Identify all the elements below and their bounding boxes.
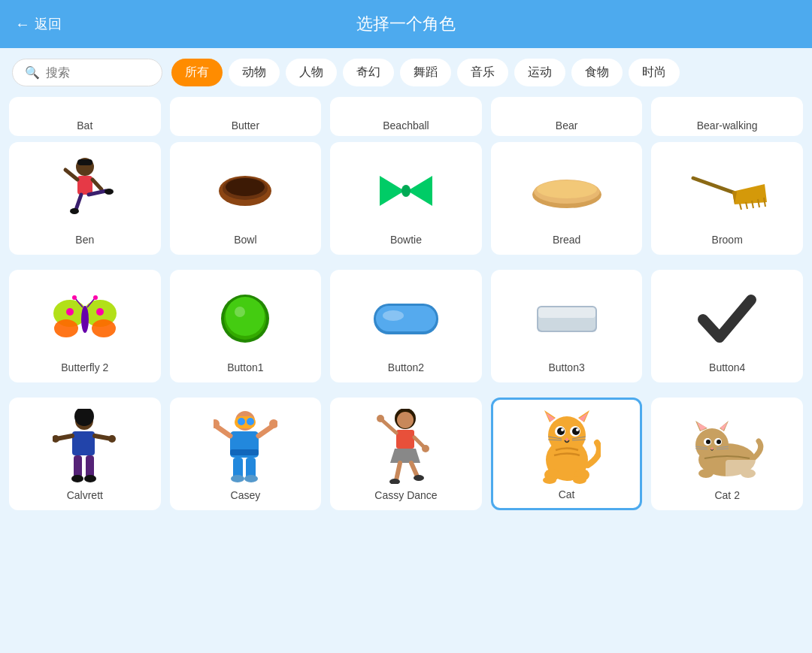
sprite-label: Bear [556, 119, 578, 132]
svg-point-73 [397, 412, 414, 428]
back-button[interactable]: ← 返回 [15, 15, 62, 33]
svg-point-114 [717, 440, 721, 444]
svg-line-81 [411, 463, 417, 476]
svg-rect-54 [74, 455, 82, 478]
sprite-bowtie[interactable]: Bowtie [330, 142, 482, 255]
svg-rect-55 [86, 455, 94, 478]
category-fashion[interactable]: 时尚 [629, 59, 680, 86]
ben-sprite [55, 153, 115, 228]
svg-point-104 [573, 476, 586, 484]
sprite-label: Cat [559, 488, 575, 500]
calvrett-sprite [53, 409, 117, 484]
sprite-image-area [659, 280, 795, 357]
sprite-button1[interactable]: Button1 [170, 270, 322, 382]
sprite-image-area [338, 153, 474, 229]
svg-point-77 [377, 415, 384, 422]
sprite-button4[interactable]: Button4 [651, 270, 803, 382]
svg-point-94 [561, 428, 564, 431]
svg-point-29 [92, 319, 116, 337]
search-input[interactable] [46, 66, 144, 80]
sprite-cassydance[interactable]: Cassy Dance [330, 398, 482, 510]
list-item[interactable]: Bat [9, 97, 161, 136]
casey-sprite [214, 409, 277, 484]
sprite-casey[interactable]: Casey [170, 398, 322, 510]
sprite-row-2: Butterfly 2 Button1 [9, 264, 803, 391]
search-box[interactable]: 🔍 [12, 59, 162, 86]
category-sports[interactable]: 运动 [514, 59, 565, 86]
category-all[interactable]: 所有 [171, 59, 223, 86]
button1-sprite [219, 292, 271, 345]
svg-point-103 [543, 476, 556, 484]
svg-point-28 [54, 319, 78, 337]
svg-rect-60 [238, 418, 245, 425]
category-people[interactable]: 人物 [286, 59, 337, 86]
sprite-label: Cassy Dance [374, 489, 437, 501]
svg-point-57 [84, 475, 96, 482]
sprite-label: Ben [75, 234, 94, 246]
sprite-image-area [177, 280, 314, 357]
svg-point-71 [244, 475, 258, 482]
svg-point-39 [226, 297, 265, 336]
svg-point-8 [105, 189, 114, 195]
sprite-label: Broom [712, 234, 743, 246]
svg-point-70 [231, 475, 244, 482]
svg-marker-79 [390, 449, 420, 463]
sprite-button2[interactable]: Button2 [330, 270, 482, 382]
sprite-bowl[interactable]: Bowl [170, 142, 322, 255]
sprite-label: Butterfly 2 [61, 361, 108, 373]
sprite-image-area [659, 153, 795, 229]
sprite-butterfly2[interactable]: Butterfly 2 [9, 270, 161, 382]
back-arrow-icon: ← [15, 16, 30, 33]
header: ← 返回 选择一个角色 [0, 0, 812, 48]
sprite-broom[interactable]: Broom [651, 142, 803, 255]
sprite-image-area [499, 409, 635, 484]
sprite-image-area [338, 408, 474, 485]
category-food[interactable]: 食物 [571, 59, 623, 86]
cat2-sprite [689, 415, 765, 479]
svg-point-40 [235, 307, 245, 317]
category-bar: 所有 动物 人物 奇幻 舞蹈 音乐 运动 食物 时尚 [171, 59, 800, 86]
sprite-label: Beachball [383, 119, 429, 132]
sprite-image-area [17, 153, 153, 229]
svg-point-93 [572, 428, 580, 435]
sprite-label: Butter [232, 119, 259, 132]
sprite-cat2[interactable]: Cat 2 [651, 398, 803, 510]
sprite-button3[interactable]: Button3 [491, 270, 643, 382]
svg-rect-61 [247, 418, 254, 425]
svg-point-11 [226, 178, 265, 196]
sprite-grid-container: Bat Butter Beachball Bear Bear-walking [0, 97, 812, 652]
sprite-bread[interactable]: Bread [491, 142, 643, 255]
category-fantasy[interactable]: 奇幻 [343, 59, 394, 86]
sprite-row-1: Ben Bowl [9, 136, 803, 264]
list-item[interactable]: Butter [170, 97, 322, 136]
category-dance[interactable]: 舞蹈 [400, 59, 451, 86]
sprite-image-area [338, 280, 474, 357]
list-item[interactable]: Bear [491, 97, 643, 136]
button3-sprite [533, 302, 601, 336]
sprite-image-area [177, 408, 314, 485]
button2-sprite [372, 302, 440, 336]
category-music[interactable]: 音乐 [457, 59, 508, 86]
svg-point-30 [66, 308, 74, 316]
list-item[interactable]: Beachball [330, 97, 482, 136]
button4-sprite [697, 291, 757, 347]
sprite-image-area [498, 280, 635, 357]
cassydance-sprite [374, 409, 438, 484]
search-icon: 🔍 [25, 65, 40, 80]
sprite-row-3: Calvrett [9, 391, 803, 519]
svg-point-36 [93, 295, 98, 300]
list-item[interactable]: Bear-walking [651, 97, 803, 136]
category-animals[interactable]: 动物 [229, 59, 280, 86]
sprite-label: Calvrett [67, 489, 103, 501]
svg-line-75 [381, 419, 396, 433]
svg-point-56 [71, 475, 83, 482]
sprite-label: Cat 2 [714, 489, 739, 501]
svg-point-32 [81, 306, 89, 333]
sprite-cat[interactable]: Cat [491, 398, 643, 510]
sprite-ben[interactable]: Ben [9, 142, 161, 255]
svg-marker-12 [380, 176, 404, 206]
svg-point-14 [401, 185, 411, 197]
sprite-calvrett[interactable]: Calvrett [9, 398, 161, 510]
svg-marker-19 [732, 184, 767, 204]
svg-point-78 [422, 445, 429, 452]
